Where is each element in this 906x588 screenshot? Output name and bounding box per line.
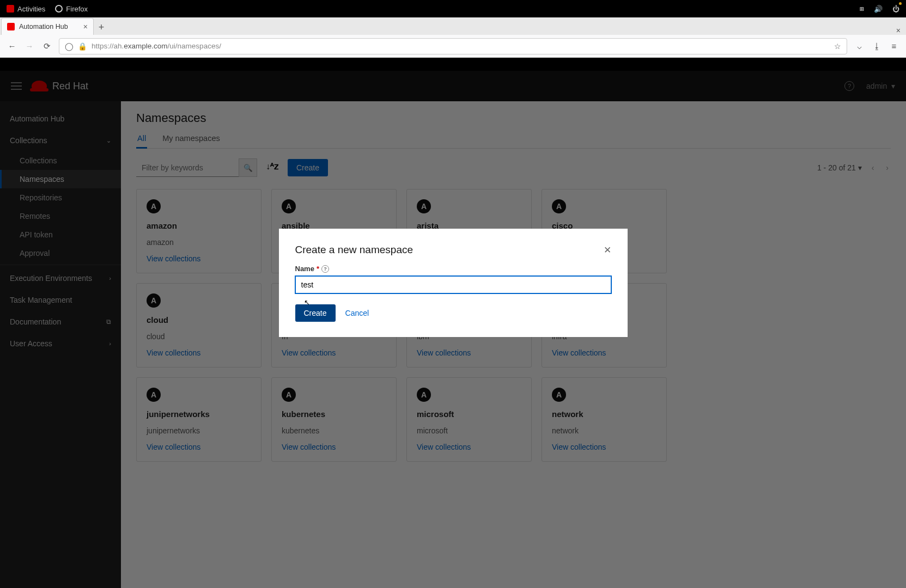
new-tab-button[interactable]: +	[94, 20, 109, 35]
modal-title: Create a new namespace	[295, 244, 414, 256]
url-text: https://ah.example.com/ui/namespaces/	[92, 42, 830, 50]
address-bar[interactable]: ◯ 🔒 https://ah.example.com/ui/namespaces…	[59, 38, 847, 54]
firefox-icon	[55, 5, 63, 13]
window-indicator	[899, 2, 902, 5]
download-icon[interactable]: ⭳	[871, 41, 882, 51]
browser-close-button[interactable]: ×	[896, 26, 901, 35]
network-icon[interactable]: ⊞	[860, 5, 864, 13]
name-label: Name*?	[295, 265, 611, 273]
pocket-icon[interactable]: ⌵	[854, 41, 865, 51]
browser-chrome: Automation Hub × + × ← → ⟳ ◯ 🔒 https://a…	[0, 17, 906, 58]
firefox-launcher[interactable]: Firefox	[55, 5, 88, 13]
menu-icon[interactable]: ≡	[889, 41, 899, 51]
firefox-label: Firefox	[66, 5, 88, 13]
activities-button[interactable]: Activities	[7, 5, 45, 13]
shield-icon: ◯	[65, 42, 74, 51]
lock-icon: 🔒	[78, 42, 87, 51]
back-button[interactable]: ←	[7, 41, 17, 51]
volume-icon[interactable]: 🔊	[874, 5, 883, 13]
power-icon[interactable]: ⏻	[892, 5, 899, 13]
tab-close-icon[interactable]: ×	[83, 22, 88, 31]
desktop-topbar: Activities Firefox ⊞ 🔊 ⏻	[0, 0, 906, 17]
name-input[interactable]	[295, 276, 611, 293]
browser-tab[interactable]: Automation Hub ×	[1, 18, 94, 35]
help-icon[interactable]: ?	[321, 265, 329, 273]
activities-label: Activities	[17, 5, 45, 13]
modal-create-button[interactable]: Create	[295, 304, 336, 322]
modal-cancel-button[interactable]: Cancel	[345, 309, 369, 317]
close-icon[interactable]: ✕	[604, 244, 611, 256]
create-namespace-modal: Create a new namespace ✕ Name*? Create C…	[279, 229, 628, 337]
tab-title: Automation Hub	[19, 23, 79, 30]
forward-button[interactable]: →	[24, 41, 35, 51]
fedora-icon	[7, 5, 14, 13]
bookmark-icon[interactable]: ☆	[834, 42, 841, 51]
reload-button[interactable]: ⟳	[41, 41, 52, 51]
tab-favicon	[7, 23, 15, 30]
